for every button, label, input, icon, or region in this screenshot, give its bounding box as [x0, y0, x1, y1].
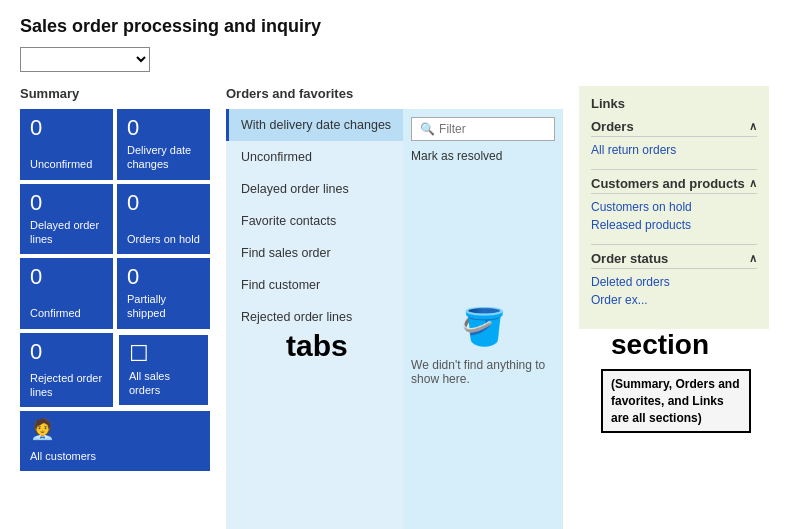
page-title: Sales order processing and inquiry [20, 16, 769, 37]
nav-item-delayed-order-lines[interactable]: Delayed order lines [226, 173, 403, 205]
sections-row: Summary 0 Unconfirmed 0 Delivery date ch… [20, 86, 769, 529]
orders-content: 🔍 Mark as resolved 🪣 We didn't find anyt… [403, 109, 563, 529]
sales-orders-icon: ☐ [129, 343, 198, 365]
tile-partially-shipped[interactable]: 0 Partially shipped [117, 258, 210, 329]
tile-ps-label: Partially shipped [127, 292, 200, 321]
tile-unconfirmed-label: Unconfirmed [30, 157, 103, 171]
tile-delayed-order-lines[interactable]: 0 Delayed order lines [20, 184, 113, 255]
divider-1 [591, 169, 757, 170]
orders-and-favorites-section: Orders and favorites With delivery date … [226, 86, 563, 529]
tile-ooh-label: Orders on hold [127, 232, 200, 246]
orders-section-title: Orders and favorites [226, 86, 563, 101]
chevron-up-icon-3: ∧ [749, 252, 757, 265]
page-dropdown-container [20, 47, 769, 72]
links-group-cap-label: Customers and products [591, 176, 745, 191]
tile-rol-number: 0 [30, 341, 103, 363]
links-group-orders: Orders ∧ All return orders [591, 119, 757, 159]
link-order-exceptions[interactable]: Order ex... [591, 291, 757, 309]
orders-actions: 🔍 [411, 117, 555, 141]
link-all-return-orders[interactable]: All return orders [591, 141, 757, 159]
empty-icon: 🪣 [461, 306, 506, 348]
link-customers-on-hold[interactable]: Customers on hold [591, 198, 757, 216]
section-annotation-description: (Summary, Orders and favorites, and Link… [601, 369, 751, 433]
empty-message: We didn't find anything to show here. [411, 358, 555, 386]
link-released-products[interactable]: Released products [591, 216, 757, 234]
links-group-os-header[interactable]: Order status ∧ [591, 251, 757, 269]
nav-item-unconfirmed[interactable]: Unconfirmed [226, 141, 403, 173]
tile-dol-label: Delayed order lines [30, 218, 103, 247]
nav-item-with-delivery-date-changes[interactable]: With delivery date changes [226, 109, 403, 141]
orders-inner: With delivery date changes Unconfirmed D… [226, 109, 563, 529]
links-section: Links Orders ∧ All return orders Custome… [579, 86, 769, 329]
links-group-order-status: Order status ∧ Deleted orders Order ex..… [591, 251, 757, 309]
page-dropdown-select[interactable] [20, 47, 150, 72]
search-icon: 🔍 [420, 122, 435, 136]
filter-input-container: 🔍 [411, 117, 555, 141]
tile-aso-label: All sales orders [129, 369, 198, 398]
tile-all-customers[interactable]: 🧑‍💼 All customers [20, 411, 210, 471]
orders-nav: With delivery date changes Unconfirmed D… [226, 109, 403, 529]
tile-confirmed-label: Confirmed [30, 306, 103, 320]
page-container: Sales order processing and inquiry Summa… [0, 0, 789, 529]
tile-orders-on-hold[interactable]: 0 Orders on hold [117, 184, 210, 255]
tile-delivery-date-changes[interactable]: 0 Delivery date changes [117, 109, 210, 180]
orders-empty-state: 🪣 We didn't find anything to show here. [411, 171, 555, 521]
links-group-orders-label: Orders [591, 119, 634, 134]
links-group-os-label: Order status [591, 251, 668, 266]
chevron-up-icon: ∧ [749, 120, 757, 133]
link-deleted-orders[interactable]: Deleted orders [591, 273, 757, 291]
mark-resolved-button[interactable]: Mark as resolved [411, 149, 555, 163]
summary-grid: 0 Unconfirmed 0 Delivery date changes 0 … [20, 109, 210, 407]
tile-confirmed[interactable]: 0 Confirmed [20, 258, 113, 329]
tile-ddc-number: 0 [127, 117, 200, 139]
tile-unconfirmed-number: 0 [30, 117, 103, 139]
nav-item-favorite-contacts[interactable]: Favorite contacts [226, 205, 403, 237]
links-group-cap-header[interactable]: Customers and products ∧ [591, 176, 757, 194]
links-title: Links [591, 96, 757, 111]
tile-rol-label: Rejected order lines [30, 371, 103, 400]
summary-title: Summary [20, 86, 210, 101]
tile-dol-number: 0 [30, 192, 103, 214]
chevron-up-icon-2: ∧ [749, 177, 757, 190]
filter-input[interactable] [439, 122, 546, 136]
divider-2 [591, 244, 757, 245]
tile-unconfirmed[interactable]: 0 Unconfirmed [20, 109, 113, 180]
nav-item-rejected-order-lines[interactable]: Rejected order lines [226, 301, 403, 333]
section-annotation-label: section [611, 329, 709, 361]
tile-ddc-label: Delivery date changes [127, 143, 200, 172]
nav-item-find-sales-order[interactable]: Find sales order [226, 237, 403, 269]
tile-ooh-number: 0 [127, 192, 200, 214]
links-group-orders-header[interactable]: Orders ∧ [591, 119, 757, 137]
tile-ac-label: All customers [30, 449, 200, 463]
links-group-customers-and-products: Customers and products ∧ Customers on ho… [591, 176, 757, 234]
tile-confirmed-number: 0 [30, 266, 103, 288]
tile-ps-number: 0 [127, 266, 200, 288]
summary-section: Summary 0 Unconfirmed 0 Delivery date ch… [20, 86, 210, 471]
tile-rejected-order-lines[interactable]: 0 Rejected order lines [20, 333, 113, 408]
nav-item-find-customer[interactable]: Find customer [226, 269, 403, 301]
tile-all-sales-orders[interactable]: ☐ All sales orders [117, 333, 210, 408]
customers-icon: 🧑‍💼 [30, 419, 200, 439]
